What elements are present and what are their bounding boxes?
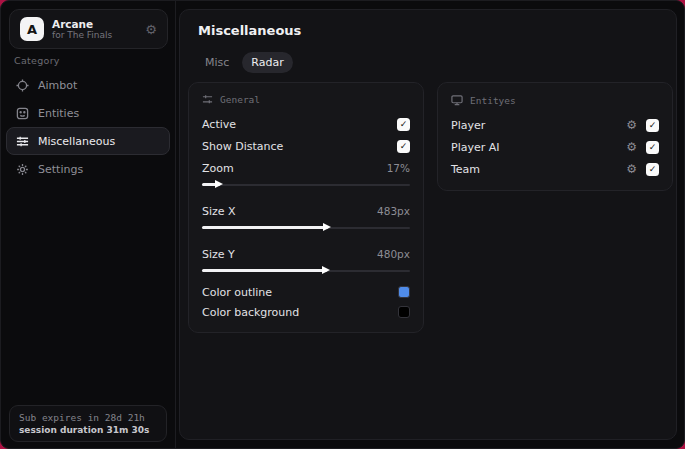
color-row-outline: Color outline — [202, 282, 410, 302]
sidebar-item-entities[interactable]: Entities — [6, 99, 170, 127]
slider-fill — [202, 226, 328, 229]
slider-value: 17% — [387, 162, 410, 174]
sidebar-item-settings[interactable]: Settings — [6, 155, 170, 183]
sidebar-item-aimbot[interactable]: Aimbot — [6, 71, 170, 99]
entities-card: Entityes Player ⚙ ✓ Player AI ⚙ ✓ — [437, 82, 673, 191]
color-row-background: Color background — [202, 302, 410, 322]
entities-card-header: Entityes — [451, 94, 659, 106]
session-duration-text: session duration 31m 30s — [19, 425, 157, 435]
toggle-row-active: Active ✓ — [202, 113, 410, 135]
slider-track — [202, 184, 410, 186]
slider-thumb[interactable] — [322, 266, 330, 274]
sidebar-item-miscellaneous[interactable]: Miscellaneous — [6, 127, 170, 155]
tab-radar[interactable]: Radar — [242, 52, 292, 73]
entity-settings-gear-icon[interactable]: ⚙ — [626, 163, 637, 175]
gear-icon — [16, 163, 29, 176]
size-x-slider[interactable] — [202, 223, 410, 232]
team-checkbox[interactable]: ✓ — [646, 163, 659, 176]
slider-label: Size Y — [202, 248, 235, 261]
color-background-swatch[interactable] — [398, 306, 410, 318]
slider-label: Size X — [202, 205, 236, 218]
slider-row-size-y: Size Y 480px — [202, 243, 410, 265]
page-title: Miscellaneous — [198, 23, 301, 38]
entity-controls: ⚙ ✓ — [626, 163, 659, 176]
app-logo: A — [20, 17, 44, 41]
entity-label: Player — [451, 119, 485, 132]
general-card-header: General — [202, 94, 410, 105]
entity-settings-gear-icon[interactable]: ⚙ — [626, 119, 637, 131]
entity-label: Team — [451, 163, 480, 176]
sidebar-nav: Aimbot Entities Miscellaneous Settings — [6, 71, 170, 183]
entity-row-player-ai: Player AI ⚙ ✓ — [451, 136, 659, 158]
show-distance-checkbox[interactable]: ✓ — [397, 140, 410, 153]
slider-value: 483px — [377, 205, 410, 217]
slider-fill — [202, 269, 327, 272]
slider-label: Zoom — [202, 162, 234, 175]
entity-row-team: Team ⚙ ✓ — [451, 158, 659, 180]
crosshair-icon — [16, 79, 29, 92]
app-name: Arcane — [52, 18, 112, 30]
entity-settings-gear-icon[interactable]: ⚙ — [626, 141, 637, 153]
header-gear-icon[interactable]: ⚙ — [145, 22, 157, 37]
slider-thumb[interactable] — [323, 223, 331, 231]
slider-row-size-x: Size X 483px — [202, 200, 410, 222]
sidebar-item-label: Entities — [38, 107, 79, 120]
tab-bar: Misc Radar — [196, 52, 293, 73]
color-outline-swatch[interactable] — [398, 286, 410, 298]
general-card-title: General — [220, 94, 260, 105]
sidebar: A Arcane for The Finals ⚙ Category Aimbo… — [1, 1, 176, 448]
sub-expires-text: Sub expires in 28d 21h — [19, 412, 157, 423]
entity-controls: ⚙ ✓ — [626, 141, 659, 154]
sliders-small-icon — [202, 94, 213, 105]
entities-icon — [16, 107, 29, 120]
zoom-slider[interactable] — [202, 180, 410, 189]
player-checkbox[interactable]: ✓ — [646, 119, 659, 132]
slider-value: 480px — [377, 248, 410, 260]
sidebar-item-label: Settings — [38, 163, 83, 176]
slider-row-zoom: Zoom 17% — [202, 157, 410, 179]
subscription-card: Sub expires in 28d 21h session duration … — [9, 405, 167, 442]
slider-fill — [202, 183, 220, 186]
active-checkbox[interactable]: ✓ — [397, 118, 410, 131]
entity-controls: ⚙ ✓ — [626, 119, 659, 132]
color-label: Color background — [202, 306, 299, 319]
app-subtitle: for The Finals — [52, 30, 112, 40]
toggle-label: Active — [202, 118, 236, 131]
color-label: Color outline — [202, 286, 272, 299]
sidebar-item-label: Aimbot — [38, 79, 77, 92]
cards-row: General Active ✓ Show Distance ✓ Zoom 17… — [188, 82, 673, 333]
sliders-icon — [16, 135, 29, 148]
entity-label: Player AI — [451, 141, 500, 154]
sidebar-item-label: Miscellaneous — [38, 135, 115, 148]
app-header-card: A Arcane for The Finals ⚙ — [9, 9, 168, 49]
entity-row-player: Player ⚙ ✓ — [451, 114, 659, 136]
slider-thumb[interactable] — [215, 180, 223, 188]
entities-card-title: Entityes — [470, 95, 516, 106]
toggle-row-show-distance: Show Distance ✓ — [202, 135, 410, 157]
general-card: General Active ✓ Show Distance ✓ Zoom 17… — [188, 82, 424, 333]
toggle-label: Show Distance — [202, 140, 283, 153]
app-title-block: Arcane for The Finals — [52, 18, 112, 40]
monitor-icon — [451, 94, 463, 106]
tab-misc[interactable]: Misc — [196, 52, 238, 73]
category-label: Category — [14, 55, 60, 66]
main-panel: Miscellaneous Misc Radar General Active … — [179, 9, 677, 440]
player-ai-checkbox[interactable]: ✓ — [646, 141, 659, 154]
app-window: A Arcane for The Finals ⚙ Category Aimbo… — [0, 0, 685, 449]
size-y-slider[interactable] — [202, 266, 410, 275]
